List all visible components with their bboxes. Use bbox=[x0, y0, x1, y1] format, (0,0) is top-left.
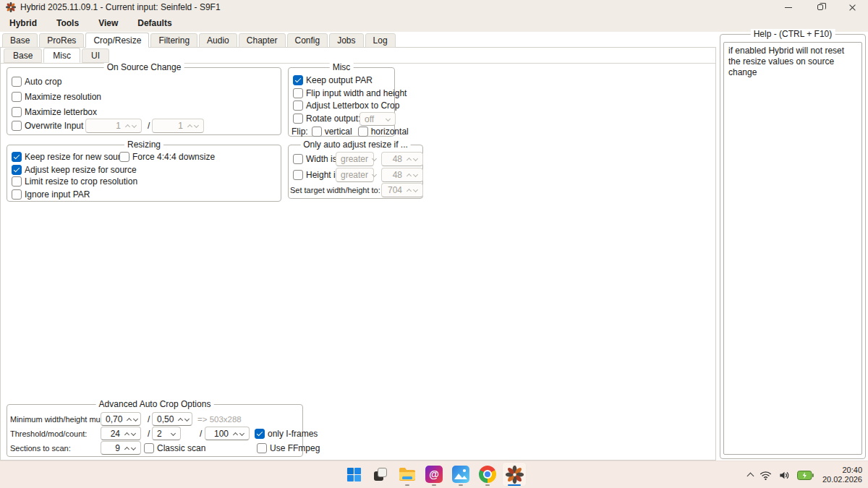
spin-down-icon[interactable] bbox=[131, 431, 137, 437]
spin-up-icon[interactable] bbox=[187, 123, 193, 129]
min-width-mult-spinner[interactable]: 0,70 bbox=[101, 412, 141, 426]
target-size-spinner[interactable]: 704 bbox=[381, 183, 423, 197]
titlebar: Hybrid 2025.11.09.1 - Current input: Sei… bbox=[0, 0, 868, 14]
tab-audio[interactable]: Audio bbox=[199, 33, 237, 48]
mod-dropdown[interactable]: 2 bbox=[152, 427, 181, 440]
adjust-letterbox-checkbox[interactable] bbox=[293, 100, 303, 111]
volume-icon[interactable] bbox=[778, 470, 791, 481]
start-button[interactable] bbox=[341, 462, 366, 487]
subtab-misc[interactable]: Misc bbox=[43, 48, 80, 63]
battery-icon[interactable] bbox=[797, 471, 814, 480]
group-on-source-change: On Source Change Auto crop Maximize reso… bbox=[7, 67, 281, 135]
spin-up-icon[interactable] bbox=[124, 445, 130, 451]
sub-tabbar: Base Misc UI bbox=[4, 48, 109, 63]
keep-output-par-checkbox[interactable] bbox=[293, 75, 303, 85]
hybrid-app-button[interactable] bbox=[502, 462, 527, 487]
menu-view[interactable]: View bbox=[98, 18, 118, 28]
close-button[interactable] bbox=[836, 0, 868, 14]
ignore-input-par-checkbox[interactable] bbox=[12, 189, 22, 200]
flip-input-checkbox[interactable] bbox=[293, 88, 303, 98]
tab-jobs[interactable]: Jobs bbox=[329, 33, 363, 48]
auto-crop-checkbox[interactable] bbox=[12, 77, 22, 87]
spin-down-icon[interactable] bbox=[239, 431, 245, 437]
menu-tools[interactable]: Tools bbox=[56, 18, 79, 28]
spin-down-icon[interactable] bbox=[194, 123, 200, 129]
help-text-area[interactable]: if enabled Hybrid will not reset the res… bbox=[723, 42, 862, 455]
tab-crop-resize[interactable]: Crop/Resize bbox=[85, 33, 149, 48]
spin-up-icon[interactable] bbox=[407, 156, 412, 162]
wifi-icon[interactable] bbox=[760, 470, 772, 481]
classic-scan-checkbox[interactable] bbox=[144, 443, 154, 453]
spin-up-icon[interactable] bbox=[124, 431, 130, 437]
min-height-mult-spinner[interactable]: 0,50 bbox=[152, 412, 192, 426]
menu-hybrid[interactable]: Hybrid bbox=[9, 18, 37, 28]
height-value-spinner[interactable]: 48 bbox=[381, 168, 423, 182]
count-spinner[interactable]: 100 bbox=[205, 427, 250, 440]
sections-spinner[interactable]: 9 bbox=[101, 441, 141, 455]
spin-down-icon[interactable] bbox=[133, 416, 139, 422]
only-iframes-checkbox[interactable] bbox=[255, 429, 265, 439]
tab-filtering[interactable]: Filtering bbox=[150, 33, 197, 48]
spin-up-icon[interactable] bbox=[125, 123, 131, 129]
menu-defaults[interactable]: Defaults bbox=[137, 18, 171, 28]
spin-down-icon[interactable] bbox=[131, 445, 137, 451]
overwrite-input-par-checkbox[interactable] bbox=[12, 121, 22, 131]
spin-up-icon[interactable] bbox=[127, 416, 132, 422]
tray-chevron-up-icon[interactable] bbox=[746, 473, 754, 480]
adjust-keep-resize-checkbox[interactable] bbox=[12, 165, 22, 175]
spin-down-icon[interactable] bbox=[413, 156, 419, 162]
group-resizing: Resizing Keep resize for new source Forc… bbox=[7, 145, 281, 202]
spin-down-icon[interactable] bbox=[184, 416, 190, 422]
flip-vertical-checkbox[interactable] bbox=[312, 127, 322, 137]
width-comparator-dropdown[interactable]: greater bbox=[336, 152, 374, 166]
rotate-output-dropdown[interactable]: off bbox=[359, 112, 396, 126]
spin-down-icon[interactable] bbox=[413, 172, 419, 178]
input-par-denominator-spinner[interactable]: 1 bbox=[152, 119, 204, 133]
flip-vertical-label: vertical bbox=[325, 127, 352, 137]
spin-up-icon[interactable] bbox=[233, 431, 239, 437]
at-app-button[interactable]: @ bbox=[422, 462, 446, 487]
tab-base[interactable]: Base bbox=[2, 33, 38, 48]
input-par-numerator-spinner[interactable]: 1 bbox=[85, 119, 142, 133]
force-444-checkbox[interactable] bbox=[119, 152, 129, 162]
threshold-spinner[interactable]: 24 bbox=[101, 427, 141, 440]
restore-button[interactable] bbox=[804, 0, 836, 14]
maximize-letterbox-checkbox[interactable] bbox=[12, 107, 22, 117]
clock[interactable]: 20:40 20.02.2026 bbox=[822, 466, 862, 484]
tab-prores[interactable]: ProRes bbox=[39, 33, 84, 48]
min-mult-label: Minimum width/height mult: bbox=[10, 415, 106, 424]
tab-chapter[interactable]: Chapter bbox=[239, 33, 286, 48]
use-ffmpeg-checkbox[interactable] bbox=[257, 443, 267, 453]
tab-log[interactable]: Log bbox=[365, 33, 396, 48]
maximize-resolution-checkbox[interactable] bbox=[12, 92, 22, 102]
spin-up-icon[interactable] bbox=[178, 416, 184, 422]
flip-horizontal-checkbox[interactable] bbox=[358, 127, 368, 137]
subtab-base[interactable]: Base bbox=[4, 48, 42, 63]
sections-label: Sections to scan: bbox=[10, 444, 71, 453]
width-is-checkbox[interactable] bbox=[293, 154, 303, 164]
rotate-output-checkbox[interactable] bbox=[293, 114, 303, 124]
chrome-button[interactable] bbox=[475, 462, 500, 487]
maximize-resolution-label: Maximize resolution bbox=[25, 92, 101, 102]
spin-down-icon[interactable] bbox=[413, 187, 419, 193]
flip-input-label: Flip input width and height bbox=[306, 88, 407, 98]
close-icon bbox=[848, 4, 856, 12]
hybrid-app-icon bbox=[6, 2, 16, 12]
tab-config[interactable]: Config bbox=[287, 33, 328, 48]
minimize-button[interactable] bbox=[773, 0, 804, 14]
photos-button[interactable] bbox=[448, 462, 473, 487]
subtab-ui[interactable]: UI bbox=[82, 48, 109, 63]
height-comparator-dropdown[interactable]: greater bbox=[336, 168, 374, 182]
spin-up-icon[interactable] bbox=[407, 187, 412, 193]
height-is-checkbox[interactable] bbox=[293, 170, 303, 180]
spin-up-icon[interactable] bbox=[407, 172, 412, 178]
spin-down-icon[interactable] bbox=[132, 123, 137, 129]
task-view-button[interactable] bbox=[368, 462, 393, 487]
window-title: Hybrid 2025.11.09.1 - Current input: Sei… bbox=[20, 2, 221, 12]
width-is-label: Width is bbox=[306, 154, 337, 164]
width-value-spinner[interactable]: 48 bbox=[381, 152, 423, 166]
task-view-icon bbox=[373, 467, 388, 481]
file-explorer-button[interactable] bbox=[395, 462, 420, 487]
limit-resize-checkbox[interactable] bbox=[12, 176, 22, 187]
keep-resize-checkbox[interactable] bbox=[12, 152, 22, 162]
